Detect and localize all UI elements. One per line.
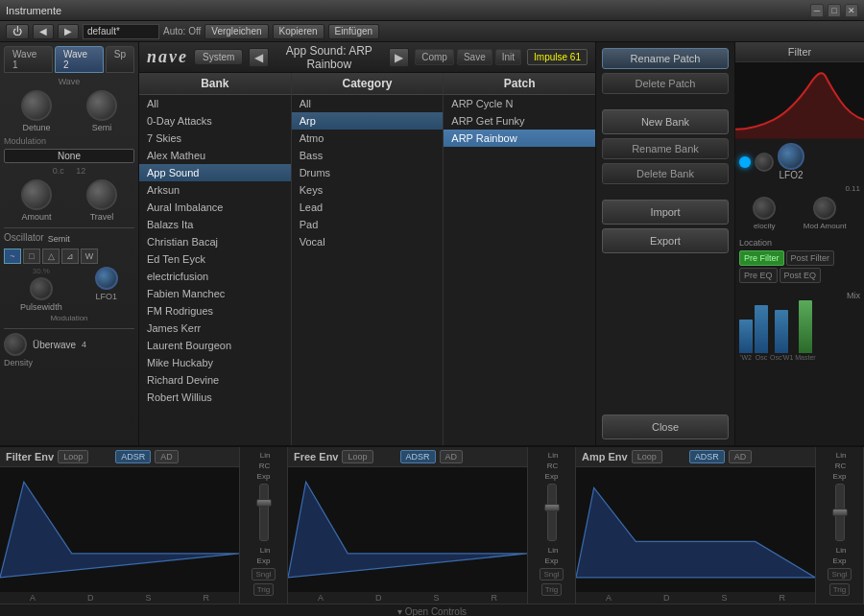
- env-label-d[interactable]: D: [375, 593, 382, 603]
- paste-button[interactable]: Einfügen: [328, 24, 379, 39]
- v-slider-3[interactable]: [835, 484, 845, 541]
- post-filter-button[interactable]: Post Filter: [786, 250, 835, 266]
- nav-fwd-button[interactable]: ▶: [389, 48, 409, 67]
- list-item[interactable]: James Kerr: [139, 320, 291, 337]
- list-item[interactable]: Bass: [292, 147, 444, 164]
- shape-tri[interactable]: △: [42, 249, 60, 264]
- uberwave-knob[interactable]: [4, 333, 27, 356]
- env-label-r[interactable]: R: [779, 593, 785, 603]
- import-button[interactable]: Import: [602, 200, 729, 225]
- free-env-adsr[interactable]: ADSR: [400, 450, 436, 463]
- forward-button[interactable]: ▶: [58, 24, 79, 39]
- semi-knob[interactable]: [86, 90, 117, 121]
- list-item[interactable]: Lead: [292, 199, 444, 216]
- list-item[interactable]: Ed Ten Eyck: [139, 250, 291, 268]
- nav-back-button[interactable]: ◀: [249, 48, 269, 67]
- preset-name-input[interactable]: [83, 24, 159, 39]
- shape-wavetable[interactable]: W: [81, 249, 98, 264]
- export-button[interactable]: Export: [602, 228, 729, 253]
- category-list[interactable]: All Arp Atmo Bass Drums Keys Lead Pad Vo…: [292, 95, 444, 445]
- rename-patch-button[interactable]: Rename Patch: [602, 48, 729, 69]
- sngl-button-1[interactable]: Sngl: [252, 568, 275, 580]
- pre-filter-button[interactable]: Pre Filter: [739, 250, 784, 266]
- list-item[interactable]: 7 Skies: [139, 130, 291, 147]
- close-button[interactable]: Close: [602, 415, 729, 439]
- post-eq-button[interactable]: Post EQ: [780, 268, 822, 283]
- tab-sp[interactable]: Sp: [106, 46, 134, 73]
- list-item[interactable]: Vocal: [292, 233, 444, 250]
- list-item[interactable]: Atmo: [292, 130, 444, 147]
- sngl-button-3[interactable]: Sngl: [828, 568, 851, 580]
- amp-env-loop[interactable]: Loop: [632, 450, 662, 463]
- sngl-button-2[interactable]: Sngl: [540, 568, 563, 580]
- maximize-button[interactable]: □: [828, 4, 841, 17]
- lfo-knob[interactable]: [95, 267, 118, 290]
- env-label-r[interactable]: R: [491, 593, 497, 603]
- travel-knob[interactable]: [86, 179, 117, 210]
- list-item-arp[interactable]: Arp: [292, 112, 444, 130]
- trig-button-3[interactable]: Trig: [829, 583, 850, 596]
- modulation-selector[interactable]: None: [4, 149, 134, 163]
- patch-list[interactable]: ARP Cycle N ARP Get Funky ARP Rainbow: [444, 95, 595, 445]
- minimize-button[interactable]: ─: [810, 4, 824, 17]
- filter-env-adsr[interactable]: ADSR: [115, 450, 151, 463]
- filter-env-ad[interactable]: AD: [155, 450, 179, 463]
- detune-knob[interactable]: [21, 90, 52, 121]
- list-item[interactable]: Aural Imbalance: [139, 199, 291, 216]
- env-label-s[interactable]: S: [433, 593, 439, 603]
- list-item[interactable]: ARP Get Funky: [444, 112, 595, 130]
- power-button[interactable]: ⏻: [6, 24, 29, 39]
- init-button[interactable]: Init: [495, 49, 521, 65]
- env-label-a[interactable]: A: [606, 593, 612, 603]
- back-button[interactable]: ◀: [33, 24, 54, 39]
- amp-env-adsr[interactable]: ADSR: [689, 450, 725, 463]
- list-item[interactable]: Fabien Manchec: [139, 285, 291, 302]
- copy-button[interactable]: Kopieren: [273, 24, 324, 39]
- list-item[interactable]: Drums: [292, 164, 444, 181]
- amp-env-ad[interactable]: AD: [729, 450, 753, 463]
- pw-knob[interactable]: [30, 277, 53, 300]
- amount-knob[interactable]: [21, 179, 52, 210]
- trig-button-1[interactable]: Trig: [253, 583, 274, 596]
- filter-env-loop[interactable]: Loop: [58, 450, 88, 463]
- tab-wave1[interactable]: Wave 1: [4, 46, 53, 73]
- delete-bank-button[interactable]: Delete Bank: [602, 163, 729, 184]
- list-item[interactable]: All: [139, 95, 291, 112]
- list-item[interactable]: Keys: [292, 181, 444, 199]
- save-button[interactable]: Save: [457, 49, 492, 65]
- list-item[interactable]: Balazs Ita: [139, 216, 291, 233]
- env-label-r[interactable]: R: [203, 593, 209, 603]
- v-slider-1[interactable]: [259, 484, 269, 541]
- list-item[interactable]: All: [292, 95, 444, 112]
- shape-square[interactable]: □: [23, 249, 40, 264]
- lfo-velocity-knob[interactable]: [755, 153, 774, 172]
- lfo2-knob[interactable]: [778, 143, 804, 170]
- free-env-ad[interactable]: AD: [440, 450, 464, 463]
- v-slider-2[interactable]: [547, 484, 557, 541]
- list-item[interactable]: Laurent Bourgeon: [139, 337, 291, 354]
- open-controls-button[interactable]: ▾ Open Controls: [397, 606, 467, 616]
- list-item[interactable]: Robert Willius: [139, 389, 291, 406]
- list-item[interactable]: ARP Cycle N: [444, 95, 595, 112]
- env-label-d[interactable]: D: [87, 593, 94, 603]
- comp-button[interactable]: Comp: [415, 49, 454, 65]
- rename-bank-button[interactable]: Rename Bank: [602, 138, 729, 159]
- env-label-a[interactable]: A: [318, 593, 324, 603]
- env-label-a[interactable]: A: [30, 593, 36, 603]
- shape-sine[interactable]: ~: [4, 249, 21, 264]
- list-item[interactable]: Christian Bacaj: [139, 233, 291, 250]
- list-item-app-sound[interactable]: App Sound: [139, 164, 291, 181]
- trig-button-2[interactable]: Trig: [541, 583, 562, 596]
- env-label-d[interactable]: D: [663, 593, 670, 603]
- pre-eq-button[interactable]: Pre EQ: [739, 268, 778, 283]
- new-bank-button[interactable]: New Bank: [602, 109, 729, 134]
- compare-button[interactable]: Vergleichen: [204, 24, 268, 39]
- list-item[interactable]: Pad: [292, 216, 444, 233]
- list-item[interactable]: FM Rodrigues: [139, 302, 291, 320]
- list-item-arp-rainbow[interactable]: ARP Rainbow: [444, 130, 595, 147]
- delete-patch-button[interactable]: Delete Patch: [602, 73, 729, 94]
- list-item[interactable]: Alex Matheu: [139, 147, 291, 164]
- list-item[interactable]: Arksun: [139, 181, 291, 199]
- list-item[interactable]: Mike Huckaby: [139, 354, 291, 371]
- list-item[interactable]: 0-Day Attacks: [139, 112, 291, 130]
